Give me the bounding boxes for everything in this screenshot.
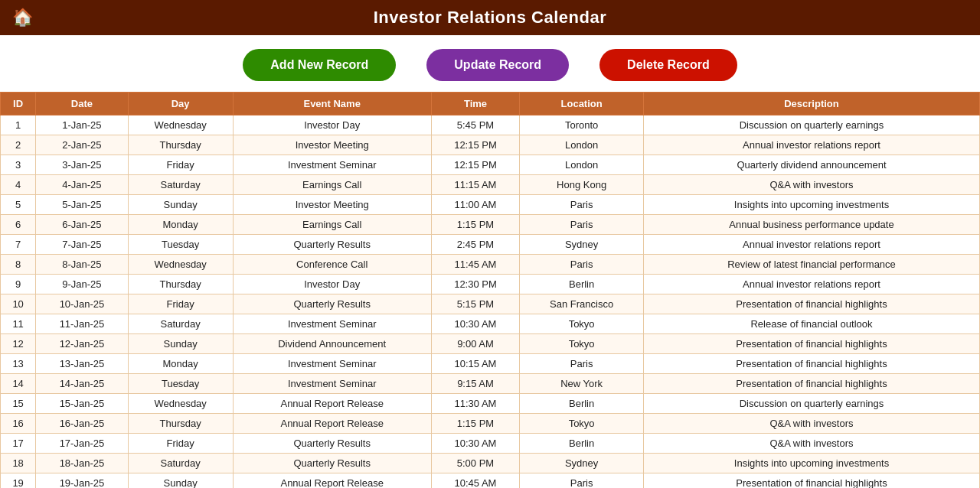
table-cell: Friday (128, 434, 233, 454)
table-cell: 2-Jan-25 (36, 135, 128, 155)
table-cell: 11:15 AM (431, 175, 520, 195)
table-body: 11-Jan-25WednesdayInvestor Day5:45 PMTor… (1, 115, 980, 489)
table-row[interactable]: 77-Jan-25TuesdayQuarterly Results2:45 PM… (1, 235, 980, 255)
table-cell: Thursday (128, 275, 233, 294)
column-header: Day (128, 93, 233, 115)
table-cell: 5 (1, 195, 36, 215)
table-cell: Monday (128, 354, 233, 374)
column-header: Event Name (233, 93, 431, 115)
table-cell: Annual business performance update (643, 215, 979, 235)
table-cell: Discussion on quarterly earnings (643, 115, 979, 135)
table-cell: Thursday (128, 135, 233, 155)
table-cell: Insights into upcoming investments (643, 195, 979, 215)
table-cell: Berlin (520, 434, 644, 454)
table-cell: Tuesday (128, 374, 233, 394)
table-cell: 15 (1, 394, 36, 414)
table-cell: 5:45 PM (431, 115, 520, 135)
table-cell: 1 (1, 115, 36, 135)
table-cell: 18 (1, 454, 36, 473)
table-row[interactable]: 1010-Jan-25FridayQuarterly Results5:15 P… (1, 294, 980, 314)
column-header: Location (520, 93, 644, 115)
table-header: IDDateDayEvent NameTimeLocationDescripti… (1, 93, 980, 115)
table-cell: 16-Jan-25 (36, 414, 128, 434)
table-cell: Discussion on quarterly earnings (643, 394, 979, 414)
table-cell: 2 (1, 135, 36, 155)
table-cell: Presentation of financial highlights (643, 374, 979, 394)
table-cell: Paris (520, 354, 644, 374)
column-header: Time (431, 93, 520, 115)
home-icon[interactable]: 🏠 (12, 8, 33, 28)
table-row[interactable]: 1616-Jan-25ThursdayAnnual Report Release… (1, 414, 980, 434)
table-row[interactable]: 44-Jan-25SaturdayEarnings Call11:15 AMHo… (1, 175, 980, 195)
table-cell: Sydney (520, 454, 644, 473)
table-cell: Saturday (128, 454, 233, 473)
table-row[interactable]: 1414-Jan-25TuesdayInvestment Seminar9:15… (1, 374, 980, 394)
table-row[interactable]: 1717-Jan-25FridayQuarterly Results10:30 … (1, 434, 980, 454)
table-cell: 14-Jan-25 (36, 374, 128, 394)
table-cell: 14 (1, 374, 36, 394)
table-cell: 10-Jan-25 (36, 294, 128, 314)
table-cell: London (520, 135, 644, 155)
table-row[interactable]: 1818-Jan-25SaturdayQuarterly Results5:00… (1, 454, 980, 473)
table-cell: Earnings Call (233, 215, 431, 235)
table-row[interactable]: 11-Jan-25WednesdayInvestor Day5:45 PMTor… (1, 115, 980, 135)
table-cell: 13-Jan-25 (36, 354, 128, 374)
table-cell: Monday (128, 215, 233, 235)
table-row[interactable]: 99-Jan-25ThursdayInvestor Day12:30 PMBer… (1, 275, 980, 294)
table-row[interactable]: 1919-Jan-25SundayAnnual Report Release10… (1, 473, 980, 489)
table-cell: 4-Jan-25 (36, 175, 128, 195)
table-cell: 13 (1, 354, 36, 374)
table-row[interactable]: 33-Jan-25FridayInvestment Seminar12:15 P… (1, 155, 980, 175)
table-cell: Presentation of financial highlights (643, 354, 979, 374)
table-cell: 9 (1, 275, 36, 294)
table-cell: Review of latest financial performance (643, 255, 979, 275)
table-cell: Tokyo (520, 334, 644, 354)
table-cell: Toronto (520, 115, 644, 135)
records-table: IDDateDayEvent NameTimeLocationDescripti… (0, 92, 980, 488)
table-cell: Annual Report Release (233, 394, 431, 414)
column-header: Description (643, 93, 979, 115)
table-cell: 17-Jan-25 (36, 434, 128, 454)
table-cell: Dividend Announcement (233, 334, 431, 354)
table-cell: Q&A with investors (643, 434, 979, 454)
table-cell: 8-Jan-25 (36, 255, 128, 275)
table-cell: Annual investor relations report (643, 275, 979, 294)
table-cell: 18-Jan-25 (36, 454, 128, 473)
table-row[interactable]: 22-Jan-25ThursdayInvestor Meeting12:15 P… (1, 135, 980, 155)
table-cell: Q&A with investors (643, 175, 979, 195)
table-cell: Wednesday (128, 115, 233, 135)
table-cell: Sunday (128, 473, 233, 489)
table-cell: Investment Seminar (233, 354, 431, 374)
table-cell: 12:15 PM (431, 155, 520, 175)
table-cell: Wednesday (128, 394, 233, 414)
table-row[interactable]: 88-Jan-25WednesdayConference Call11:45 A… (1, 255, 980, 275)
table-row[interactable]: 1111-Jan-25SaturdayInvestment Seminar10:… (1, 314, 980, 334)
table-cell: Friday (128, 294, 233, 314)
table-cell: 16 (1, 414, 36, 434)
table-cell: Paris (520, 473, 644, 489)
table-row[interactable]: 1212-Jan-25SundayDividend Announcement9:… (1, 334, 980, 354)
table-cell: Earnings Call (233, 175, 431, 195)
table-cell: London (520, 155, 644, 175)
table-row[interactable]: 1313-Jan-25MondayInvestment Seminar10:15… (1, 354, 980, 374)
table-cell: Conference Call (233, 255, 431, 275)
table-cell: Quarterly Results (233, 235, 431, 255)
table-cell: 10:30 AM (431, 314, 520, 334)
delete-record-button[interactable]: Delete Record (599, 49, 737, 81)
table-row[interactable]: 1515-Jan-25WednesdayAnnual Report Releas… (1, 394, 980, 414)
column-header: ID (1, 93, 36, 115)
add-record-button[interactable]: Add New Record (243, 49, 396, 81)
page-title: Investor Relations Calendar (374, 8, 606, 28)
table-cell: 6-Jan-25 (36, 215, 128, 235)
table-cell: 11:00 AM (431, 195, 520, 215)
table-cell: Investment Seminar (233, 314, 431, 334)
table-cell: 15-Jan-25 (36, 394, 128, 414)
table-row[interactable]: 66-Jan-25MondayEarnings Call1:15 PMParis… (1, 215, 980, 235)
table-cell: New York (520, 374, 644, 394)
table-cell: 19 (1, 473, 36, 489)
table-cell: Sunday (128, 334, 233, 354)
table-cell: 5-Jan-25 (36, 195, 128, 215)
table-cell: Tuesday (128, 235, 233, 255)
update-record-button[interactable]: Update Record (426, 49, 569, 81)
table-row[interactable]: 55-Jan-25SundayInvestor Meeting11:00 AMP… (1, 195, 980, 215)
